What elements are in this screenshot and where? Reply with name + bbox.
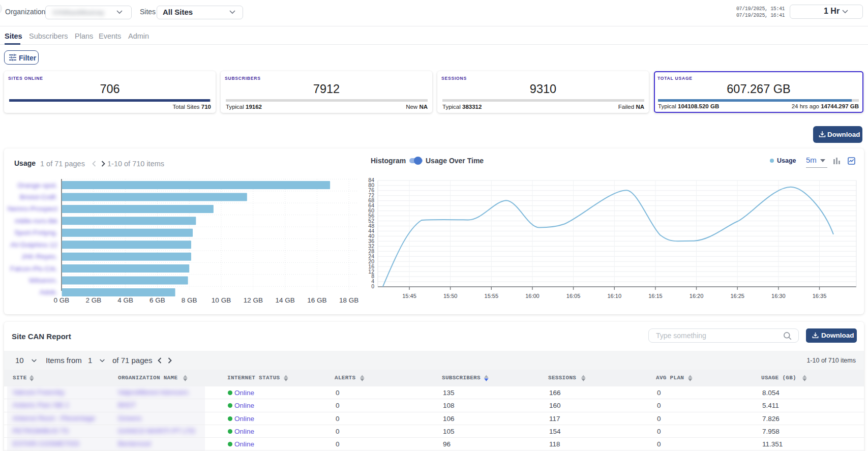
svg-text:Orange-spot.: Orange-spot. bbox=[17, 182, 57, 189]
svg-text:Falcon-Pls-Crk.: Falcon-Pls-Crk. bbox=[10, 265, 57, 273]
svg-text:16:25: 16:25 bbox=[730, 293, 744, 299]
svg-text:16:30: 16:30 bbox=[771, 293, 786, 299]
svg-text:14 GB: 14 GB bbox=[275, 296, 294, 304]
svg-text:Bristol-Crdlf.: Bristol-Crdlf. bbox=[20, 193, 57, 201]
svg-text:16:10: 16:10 bbox=[607, 293, 621, 299]
svg-text:mblle-nvrs-lbk: mblle-nvrs-lbk bbox=[15, 217, 57, 225]
svg-text:10 GB: 10 GB bbox=[212, 296, 231, 304]
svg-text:16:20: 16:20 bbox=[690, 293, 704, 299]
svg-text:8 GB: 8 GB bbox=[182, 296, 197, 304]
svg-text:6 GB: 6 GB bbox=[149, 296, 165, 304]
svg-text:16:05: 16:05 bbox=[566, 293, 581, 299]
svg-text:18 GB: 18 GB bbox=[339, 296, 358, 304]
svg-text:0 GB: 0 GB bbox=[54, 296, 70, 304]
svg-text:84: 84 bbox=[368, 177, 374, 183]
svg-text:16:15: 16:15 bbox=[648, 293, 663, 299]
svg-text:15:45: 15:45 bbox=[402, 293, 416, 299]
svg-text:2 GB: 2 GB bbox=[85, 296, 101, 304]
svg-text:Sport-Fmlyng.: Sport-Fmlyng. bbox=[14, 229, 57, 236]
svg-text:Adob.: Adob. bbox=[40, 288, 57, 296]
svg-text:16:00: 16:00 bbox=[525, 293, 540, 299]
svg-text:4 GB: 4 GB bbox=[117, 296, 133, 304]
svg-text:Wilsenrn.: Wilsenrn. bbox=[29, 277, 57, 284]
svg-text:15:50: 15:50 bbox=[443, 293, 458, 299]
svg-text:16 GB: 16 GB bbox=[307, 296, 326, 304]
svg-text:AV-Dolphins-12: AV-Dolphins-12 bbox=[10, 241, 57, 249]
svg-text:Nemro-Prospect: Nemro-Prospect bbox=[8, 205, 58, 213]
svg-text:JAK-Reyes.: JAK-Reyes. bbox=[21, 253, 57, 260]
svg-text:15:55: 15:55 bbox=[485, 293, 499, 299]
svg-text:12 GB: 12 GB bbox=[244, 296, 263, 304]
svg-text:16:35: 16:35 bbox=[813, 293, 827, 299]
